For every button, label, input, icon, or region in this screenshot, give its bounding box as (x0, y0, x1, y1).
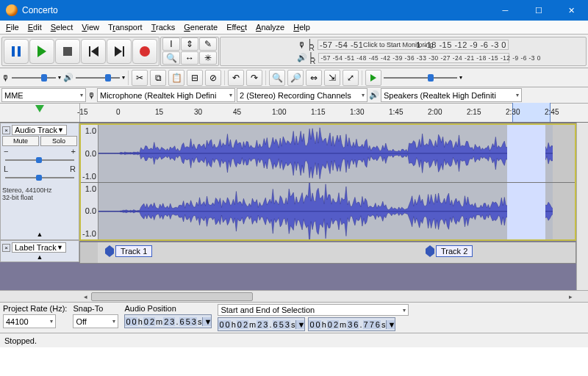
solo-button[interactable]: Solo (40, 136, 77, 146)
lr-labels: LR (309, 39, 315, 51)
channel-right[interactable]: 1.00.0-1.0 (81, 183, 575, 240)
play-volume-slider[interactable] (76, 73, 120, 83)
play-meter-bar[interactable]: -57 -54 -51 -48 -45 -42 -39 -36 -33 -30 … (318, 53, 509, 63)
gain-slider[interactable] (2, 156, 77, 164)
timeshift-tool[interactable]: ↔ (181, 51, 198, 65)
collapse-button[interactable]: ▲ (1, 231, 79, 238)
audio-position-field[interactable]: 00h02m23.653s▼ (124, 314, 212, 328)
label-marker[interactable]: Track 2 (426, 245, 473, 257)
label-handle-icon[interactable] (426, 245, 434, 257)
label-track-header: ×Label Track ▼ ▲ (0, 240, 79, 262)
close-button[interactable]: ✕ (555, 0, 588, 21)
speaker-icon: 🔊 (369, 90, 379, 100)
record-meter: 🎙 LR -57 -54 -51 -48 -45 -42 Click to St… (220, 37, 587, 66)
track-close-button[interactable]: × (2, 244, 10, 252)
skip-end-button[interactable] (107, 39, 132, 64)
paste-button[interactable]: 📋 (168, 70, 184, 86)
zoom-out-button[interactable]: 🔎 (287, 70, 304, 86)
record-meter-bar[interactable]: -57 -54 -51 -48 -45 -42 Click to Start M… (318, 40, 509, 50)
tools-panel: I ⇕ ✎ 🔍 ↔ ✳ (160, 37, 219, 66)
track-format: Stereo, 44100Hz 32-bit float (2, 187, 77, 201)
menu-select[interactable]: Select (46, 22, 78, 32)
fit-project-button[interactable]: ⇲ (324, 70, 340, 86)
menu-edit[interactable]: Edit (24, 22, 46, 32)
mic-icon: 🎙 (1, 73, 10, 82)
menu-effect[interactable]: Effect (222, 22, 251, 32)
record-button[interactable] (132, 39, 157, 64)
app-icon (6, 4, 18, 16)
mic-icon: 🎙 (298, 40, 306, 49)
project-rate-combo[interactable]: 44100▾ (3, 314, 56, 328)
minimize-button[interactable]: ─ (489, 0, 522, 21)
selection-start-field[interactable]: 00h02m23.653s▼ (218, 317, 305, 331)
record-channels-combo[interactable]: 2 (Stereo) Recording Channels▾ (237, 88, 368, 102)
stop-button[interactable] (55, 39, 80, 64)
timeline-ruler[interactable]: -1501530451:001:151:301:452:002:152:302:… (0, 104, 588, 123)
vertical-scrollbar[interactable] (576, 123, 588, 290)
audio-track-header: ×Audio Track ▼ MuteSolo −+ LR Stereo, 44… (0, 123, 79, 240)
label-marker[interactable]: Track 1 (105, 245, 152, 257)
label-track[interactable]: Track 1 Track 2 (79, 242, 576, 264)
pan-slider[interactable] (2, 174, 77, 181)
menu-generate[interactable]: Generate (179, 22, 222, 32)
play-button[interactable] (29, 39, 54, 64)
play-device-combo[interactable]: Speakers (Realtek High Definiti▾ (381, 88, 522, 102)
position-label: Audio Position (124, 304, 212, 313)
fit-selection-button[interactable]: ⇔ (306, 70, 322, 86)
envelope-tool[interactable]: ⇕ (181, 37, 198, 51)
playhead-icon[interactable] (35, 105, 44, 112)
mute-button[interactable]: Mute (2, 136, 39, 146)
undo-button[interactable]: ↶ (228, 70, 244, 86)
menu-file[interactable]: File (1, 22, 24, 32)
track-area: ×Audio Track ▼ MuteSolo −+ LR Stereo, 44… (0, 123, 588, 290)
titlebar: Concerto ─ ☐ ✕ (0, 0, 588, 21)
project-rate-label: Project Rate (Hz): (3, 304, 67, 313)
redo-button[interactable]: ↷ (246, 70, 262, 86)
maximize-button[interactable]: ☐ (522, 0, 555, 21)
snap-label: Snap-To (73, 304, 118, 313)
mic-icon: 🎙 (87, 91, 96, 100)
horizontal-scrollbar[interactable]: ◂ ▸ (0, 290, 588, 302)
skip-start-button[interactable] (81, 39, 106, 64)
channel-left[interactable]: 1.00.0-1.0 (81, 125, 575, 183)
snap-combo[interactable]: Off▾ (73, 314, 118, 328)
menu-transport[interactable]: Transport (104, 22, 147, 32)
multi-tool[interactable]: ✳ (199, 51, 217, 65)
secondary-toolbar: 🎙 ▾ 🔊 ▾ ✂ ⧉ 📋 ⊟ ⊘ ↶ ↷ 🔍 🔎 ⇔ ⇲ ⤢ ▾ (0, 68, 588, 87)
silence-button[interactable]: ⊘ (205, 70, 221, 86)
label-handle-icon[interactable] (105, 245, 114, 257)
pause-button[interactable] (4, 39, 29, 64)
play-at-speed-button[interactable] (365, 70, 381, 86)
zoom-in-button[interactable]: 🔍 (269, 70, 285, 86)
menu-help[interactable]: Help (289, 22, 315, 32)
draw-tool[interactable]: ✎ (199, 37, 217, 51)
selection-mode-combo[interactable]: Start and End of Selection▾ (218, 304, 409, 316)
track-close-button[interactable]: × (2, 126, 10, 134)
menu-view[interactable]: View (77, 22, 104, 32)
collapse-button[interactable]: ▲ (1, 253, 79, 261)
copy-button[interactable]: ⧉ (150, 70, 166, 86)
track-menu[interactable]: Audio Track ▼ (12, 125, 67, 135)
menubar: File Edit Select View Transport Tracks G… (0, 21, 588, 35)
cut-button[interactable]: ✂ (132, 70, 148, 86)
window-title: Concerto (22, 5, 489, 15)
stop-icon (63, 47, 72, 56)
audio-track[interactable]: 1.00.0-1.0 1.00.0-1.0 (79, 123, 576, 241)
transport-toolbar: I ⇕ ✎ 🔍 ↔ ✳ 🎙 LR -57 -54 -51 -48 -45 -42… (0, 35, 588, 68)
trim-button[interactable]: ⊟ (187, 70, 203, 86)
selection-tool[interactable]: I (162, 37, 180, 51)
zoom-toggle-button[interactable]: ⤢ (343, 70, 359, 86)
audio-host-combo[interactable]: MME▾ (1, 88, 86, 102)
menu-tracks[interactable]: Tracks (147, 22, 180, 32)
track-menu[interactable]: Label Track ▼ (12, 242, 66, 253)
record-volume-slider[interactable] (12, 73, 56, 83)
play-speed-slider[interactable] (384, 73, 457, 83)
zoom-tool[interactable]: 🔍 (162, 51, 180, 65)
record-device-combo[interactable]: Microphone (Realtek High Defini▾ (97, 88, 235, 102)
selection-end-field[interactable]: 00h02m36.776s▼ (308, 317, 395, 331)
record-icon (140, 46, 150, 57)
device-toolbar: MME▾ 🎙 Microphone (Realtek High Defini▾ … (0, 87, 588, 104)
menu-analyze[interactable]: Analyze (251, 22, 289, 32)
speaker-icon: 🔊 (63, 73, 74, 82)
transport-panel (1, 37, 159, 66)
